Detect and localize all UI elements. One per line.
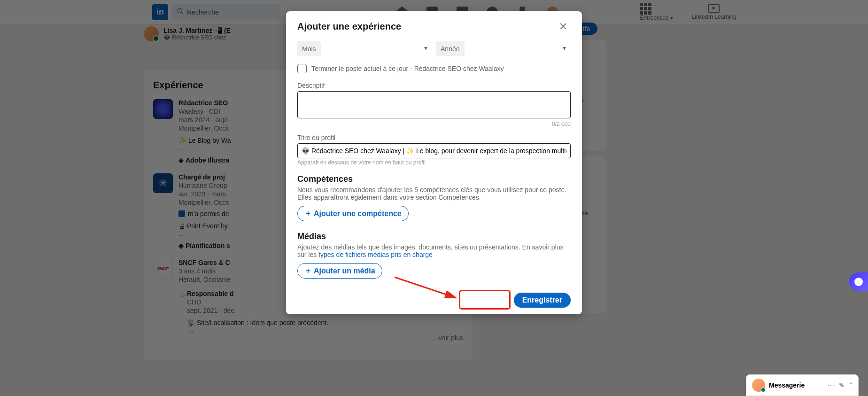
media-description: Ajoutez des médias tels que des images, … [297,243,571,258]
more-icon[interactable]: ⋯ [828,381,834,389]
char-counter: 0/2 000 [297,121,571,127]
skills-description: Nous vous recommandons d'ajouter les 5 c… [297,186,571,201]
messaging-title: Messagerie [769,381,824,389]
modal-title: Ajouter une expérience [297,21,401,32]
modal-overlay: Ajouter une expérience Mois Année Termin… [0,0,868,396]
description-label: Descriptif [297,82,571,89]
month-select[interactable]: Mois [297,41,321,56]
chevron-up-icon[interactable]: ˄ [849,381,852,389]
plus-icon: ＋ [304,266,312,276]
messaging-avatar [752,379,765,392]
floating-widget[interactable] [849,272,868,291]
year-select[interactable]: Année [436,41,465,56]
save-button[interactable]: Enregistrer [514,293,571,308]
end-current-checkbox[interactable] [297,64,307,73]
profile-title-help: Apparaît en dessous de votre nom en haut… [297,159,571,166]
description-textarea[interactable] [297,91,571,118]
close-button[interactable] [556,19,571,34]
profile-title-input[interactable] [297,143,571,158]
media-heading: Médias [297,232,571,241]
media-types-link[interactable]: types de fichiers médias pris en charge [318,251,433,258]
plus-icon: ＋ [304,209,312,218]
add-experience-modal: Ajouter une expérience Mois Année Termin… [286,11,582,314]
checkbox-label: Terminer le poste actuel à ce jour - Réd… [311,65,504,72]
compose-icon[interactable]: ✎ [839,381,845,389]
profile-title-label: Titre du profil [297,134,571,141]
messaging-dock[interactable]: Messagerie ⋯ ✎ ˄ [746,374,859,396]
close-icon [558,22,568,31]
add-media-button[interactable]: ＋Ajouter un média [297,263,382,279]
skills-heading: Compétences [297,174,571,184]
add-skill-button[interactable]: ＋Ajouter une compétence [297,206,409,221]
